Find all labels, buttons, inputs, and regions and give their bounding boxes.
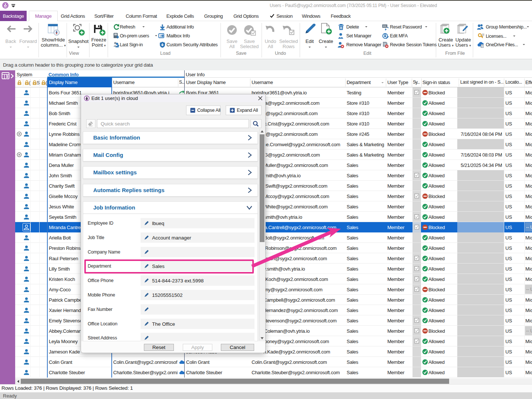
svg-text:***: ***: [383, 25, 387, 28]
